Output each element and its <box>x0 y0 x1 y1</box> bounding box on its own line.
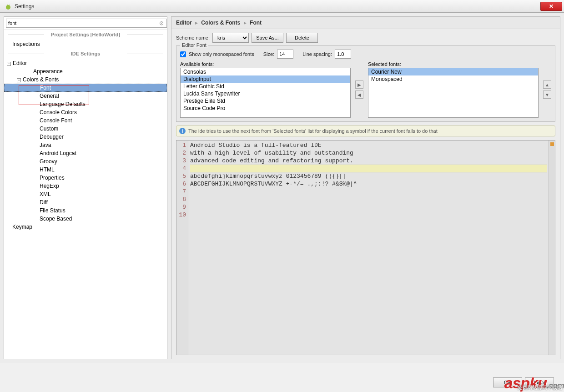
size-input[interactable] <box>277 50 293 59</box>
info-icon: i <box>179 128 186 134</box>
breadcrumb-colors-fonts[interactable]: Colors & Fonts <box>201 20 240 26</box>
move-right-icon[interactable]: ▶ <box>355 80 363 89</box>
tree-item-properties[interactable]: Properties <box>4 174 167 182</box>
collapse-icon[interactable]: − <box>17 78 21 82</box>
delete-button[interactable]: Delete <box>286 33 318 43</box>
size-label: Size: <box>263 51 274 57</box>
collapse-icon[interactable]: − <box>7 62 11 66</box>
tree-item-regexp[interactable]: RegExp <box>4 182 167 190</box>
search-input[interactable] <box>6 19 167 28</box>
tree-label-colors-fonts: Colors & Fonts <box>23 76 59 83</box>
main-panel: Editor ▸ Colors & Fonts ▸ Font Scheme na… <box>171 16 560 359</box>
font-move-controls: ▶ ◀ <box>355 61 363 118</box>
spacing-input[interactable] <box>335 50 351 59</box>
show-mono-checkbox[interactable] <box>180 51 186 57</box>
tree-item-java[interactable]: Java <box>4 141 167 149</box>
tree-item-console-colors[interactable]: Console Colors <box>4 108 167 116</box>
save-as-button[interactable]: Save As... <box>252 33 283 43</box>
tree-project: Inspections <box>4 39 167 49</box>
font-order-controls: ▲ ▼ <box>543 61 551 118</box>
selected-fonts-list[interactable]: Courier NewMonospaced <box>368 68 539 118</box>
info-text: The ide tries to use the next font from … <box>188 128 438 134</box>
dialog-body: ⊘ Project Settings [HelloWorld] Inspecti… <box>0 13 564 363</box>
app-icon <box>5 3 12 10</box>
watermark-sub: 免费网站源码下载站 <box>517 384 562 391</box>
info-banner: i The ide tries to use the next font fro… <box>176 126 555 136</box>
dialog-footer: OK Cancel <box>0 375 564 390</box>
tree-item-groovy[interactable]: Groovy <box>4 157 167 166</box>
section-project: Project Settings [HelloWorld] <box>4 30 167 39</box>
move-left-icon[interactable]: ◀ <box>355 90 363 99</box>
breadcrumb-editor[interactable]: Editor <box>176 20 192 26</box>
breadcrumb: Editor ▸ Colors & Fonts ▸ Font <box>171 17 560 29</box>
tree-item-scope-based[interactable]: Scope Based <box>4 215 167 223</box>
group-title: Editor Font <box>180 42 208 48</box>
scheme-row: Scheme name: kris Save As... Delete <box>176 33 555 43</box>
tree-item-appearance[interactable]: Appearance <box>4 67 167 75</box>
search-row: ⊘ <box>4 17 167 30</box>
tree-item-file-status[interactable]: File Status <box>4 206 167 215</box>
editor-font-group: Editor Font Show only monospaced fonts S… <box>176 45 555 122</box>
font-option[interactable]: DialogInput <box>181 75 350 83</box>
tree-item-keymap[interactable]: Keymap <box>4 223 167 231</box>
svg-point-0 <box>6 5 10 10</box>
font-option[interactable]: Lucida Sans Typewriter <box>181 90 350 97</box>
sidebar: ⊘ Project Settings [HelloWorld] Inspecti… <box>4 16 167 359</box>
move-up-icon[interactable]: ▲ <box>543 80 551 89</box>
titlebar: Settings ✕ <box>0 0 564 13</box>
font-option[interactable]: Prestige Elite Std <box>181 97 350 105</box>
svg-point-2 <box>9 5 10 5</box>
font-option[interactable]: Source Code Pro <box>181 105 350 112</box>
tree-item-inspections[interactable]: Inspections <box>4 40 167 48</box>
tree-item-android-logcat[interactable]: Android Logcat <box>4 149 167 157</box>
tree-item-diff[interactable]: Diff <box>4 198 167 206</box>
gutter: 12345678910 <box>176 141 188 355</box>
tree-item-editor[interactable]: −Editor <box>4 59 167 67</box>
tree-item-debugger[interactable]: Debugger <box>4 133 167 141</box>
scheme-label: Scheme name: <box>176 35 210 40</box>
window-title: Settings <box>15 3 34 10</box>
marker-icon <box>550 142 554 146</box>
font-option[interactable]: Letter Gothic Std <box>181 83 350 90</box>
tree-item-language-defaults[interactable]: Language Defaults <box>4 100 167 108</box>
tree-item-font[interactable]: Font <box>4 84 167 92</box>
preview-marker-strip <box>549 141 555 355</box>
font-option[interactable]: Courier New <box>368 68 538 75</box>
chevron-right-icon: ▸ <box>244 20 247 26</box>
tree-item-console-font[interactable]: Console Font <box>4 116 167 125</box>
spacing-label: Line spacing: <box>302 51 332 57</box>
move-down-icon[interactable]: ▼ <box>543 90 551 99</box>
scheme-select[interactable]: kris <box>212 33 249 43</box>
available-fonts-list[interactable]: ConsolasDialogInputLetter Gothic StdLuci… <box>180 68 351 118</box>
show-mono-label: Show only monospaced fonts <box>189 51 254 57</box>
tree-ide: −Editor Appearance −Colors & Fonts Font … <box>4 58 167 232</box>
tree-item-html[interactable]: HTML <box>4 166 167 174</box>
tree-item-custom[interactable]: Custom <box>4 125 167 133</box>
available-label: Available fonts: <box>180 61 351 67</box>
preview-text[interactable]: Android Studio is a full-featured IDEwit… <box>188 141 549 355</box>
svg-point-1 <box>7 5 8 5</box>
section-ide: IDE Settings <box>4 49 167 58</box>
font-option[interactable]: Monospaced <box>368 75 538 83</box>
selected-label: Selected fonts: <box>368 61 539 67</box>
font-preview: 12345678910 Android Studio is a full-fea… <box>176 140 555 355</box>
tree-label-editor: Editor <box>13 60 27 66</box>
tree-item-xml[interactable]: XML <box>4 190 167 198</box>
breadcrumb-font: Font <box>250 20 262 26</box>
tree-item-colors-fonts[interactable]: −Colors & Fonts <box>4 75 167 84</box>
chevron-right-icon: ▸ <box>195 20 198 26</box>
font-option[interactable]: Consolas <box>181 68 350 75</box>
clear-search-icon[interactable]: ⊘ <box>158 20 165 27</box>
tree-item-general[interactable]: General <box>4 92 167 100</box>
close-button[interactable]: ✕ <box>540 2 562 11</box>
